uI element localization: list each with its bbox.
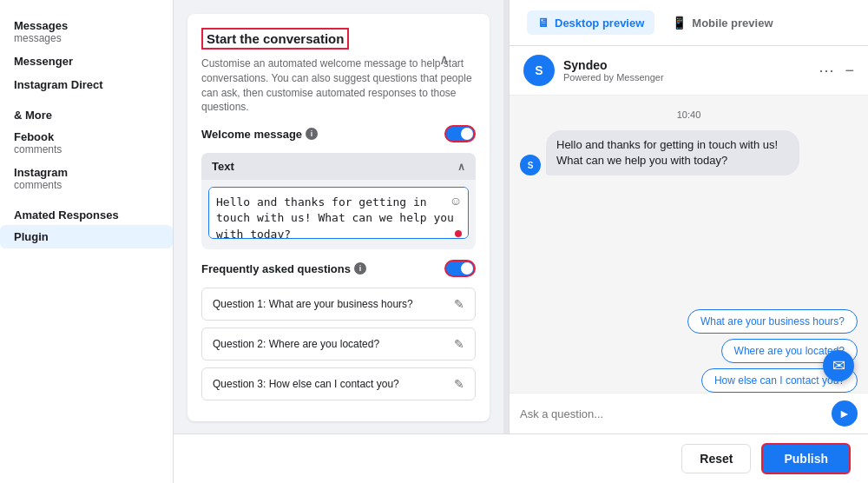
question-item-3: Question 3: How else can I contact you? … xyxy=(201,367,476,400)
editor-panel: Start the conversation Customise an auto… xyxy=(174,0,503,433)
sidebar-item-instagram[interactable]: Instagram comments xyxy=(0,161,173,196)
welcome-message-toggle[interactable] xyxy=(444,125,476,142)
scroll-up-button[interactable]: ∧ xyxy=(434,49,455,69)
sidebar-group-more: & More Febook comments Instagram comment… xyxy=(0,100,173,196)
text-textarea-wrapper: Hello and thanks for getting in touch wi… xyxy=(201,180,476,249)
bot-message-bubble: Hello and thanks for getting in touch wi… xyxy=(546,130,799,175)
text-collapse-icon[interactable]: ∧ xyxy=(457,161,465,173)
chat-preview: S Syndeo Powered by Messenger ⋯ − 10:40 xyxy=(510,46,868,433)
faq-toggle[interactable] xyxy=(444,260,476,277)
messenger-fab[interactable]: ✉ xyxy=(823,350,854,381)
sidebar-group-automated: Amated Responses Plugin xyxy=(0,200,173,248)
sidebar-section-more: & More xyxy=(0,100,173,125)
chat-avatar: S xyxy=(523,55,555,86)
reset-button[interactable]: Reset xyxy=(681,444,751,473)
sidebar-group-messages: Messages messages Messenger Instagram Di… xyxy=(0,14,173,96)
editor-card: Start the conversation Customise an auto… xyxy=(187,14,490,421)
text-input[interactable]: Hello and thanks for getting in touch wi… xyxy=(208,187,469,239)
tab-mobile-preview[interactable]: 📱 Mobile preview xyxy=(661,10,783,35)
text-section: Text ∧ Hello and thanks for getting in t… xyxy=(201,153,476,249)
text-section-header: Text ∧ xyxy=(201,153,476,180)
chat-sub: Powered by Messenger xyxy=(563,72,664,83)
sidebar-item-instagram-direct[interactable]: Instagram Direct xyxy=(0,73,173,96)
sidebar-section-automated: Amated Responses xyxy=(0,200,173,225)
chat-more-icon[interactable]: ⋯ xyxy=(819,61,834,80)
mobile-icon: 📱 xyxy=(672,16,687,30)
question-item-1: Question 1: What are your business hours… xyxy=(201,288,476,321)
chat-messages: 10:40 S Hello and thanks for getting in … xyxy=(510,96,868,309)
quick-replies: What are your business hours? Where are … xyxy=(510,309,868,393)
chat-input-row: ► xyxy=(510,393,868,433)
welcome-message-row: Welcome message i xyxy=(201,125,476,142)
bottom-bar: Reset Publish xyxy=(174,433,868,483)
question-item-2: Question 2: Where are you located? ✎ xyxy=(201,328,476,361)
chat-name: Syndeo xyxy=(563,58,664,72)
sidebar-item-plugin[interactable]: Plugin xyxy=(0,225,173,248)
chat-minimize-icon[interactable]: − xyxy=(845,62,854,80)
edit-question-1-icon[interactable]: ✎ xyxy=(454,297,464,311)
faq-section: Frequently asked questions i Question 1:… xyxy=(201,260,476,400)
sidebar-item-messenger[interactable]: Messenger xyxy=(0,50,173,73)
chat-actions: ⋯ − xyxy=(819,61,854,80)
send-button[interactable]: ► xyxy=(832,400,858,427)
edit-question-3-icon[interactable]: ✎ xyxy=(454,377,464,391)
tab-desktop-preview[interactable]: 🖥 Desktop preview xyxy=(527,10,654,35)
faq-label: Frequently asked questions i xyxy=(201,262,366,275)
bot-avatar: S xyxy=(520,155,541,175)
bot-message-row: S Hello and thanks for getting in touch … xyxy=(520,130,858,175)
chat-header: S Syndeo Powered by Messenger ⋯ − xyxy=(510,46,868,96)
card-title: Start the conversation xyxy=(201,28,349,50)
desktop-icon: 🖥 xyxy=(537,16,549,30)
quick-reply-1[interactable]: What are your business hours? xyxy=(687,309,858,334)
preview-header: 🖥 Desktop preview 📱 Mobile preview xyxy=(510,0,868,46)
welcome-info-icon: i xyxy=(306,128,318,140)
welcome-message-label: Welcome message i xyxy=(201,128,318,141)
edit-question-2-icon[interactable]: ✎ xyxy=(454,337,464,351)
faq-row: Frequently asked questions i xyxy=(201,260,476,277)
sidebar: Messages messages Messenger Instagram Di… xyxy=(0,0,174,483)
sidebar-item-messages[interactable]: Messages messages xyxy=(0,14,173,50)
message-time: 10:40 xyxy=(520,109,858,120)
sidebar-item-facebook[interactable]: Febook comments xyxy=(0,125,173,161)
publish-button[interactable]: Publish xyxy=(761,443,851,474)
main-content: Start the conversation Customise an auto… xyxy=(174,0,868,483)
content-area: Start the conversation Customise an auto… xyxy=(174,0,868,433)
chat-input[interactable] xyxy=(520,407,825,420)
emoji-icon[interactable]: ☺ xyxy=(450,194,462,208)
preview-panel: 🖥 Desktop preview 📱 Mobile preview S Syn… xyxy=(509,0,868,433)
faq-info-icon: i xyxy=(354,262,366,275)
